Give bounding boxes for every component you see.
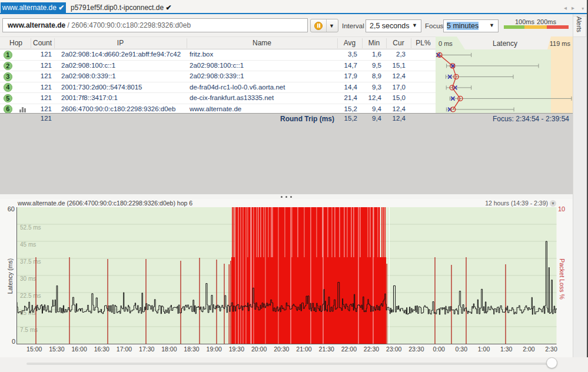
svg-text:0:00: 0:00 — [433, 346, 445, 353]
svg-text:0: 0 — [12, 338, 15, 345]
svg-text:18:30: 18:30 — [184, 346, 199, 353]
svg-text:16:00: 16:00 — [71, 346, 87, 353]
svg-text:17:30: 17:30 — [139, 346, 154, 353]
svg-text:1:30: 1:30 — [500, 346, 513, 353]
svg-text:119 ms: 119 ms — [550, 40, 571, 47]
svg-text:23:00: 23:00 — [386, 346, 401, 353]
svg-text:17:00: 17:00 — [117, 346, 132, 353]
svg-text:0:30: 0:30 — [456, 346, 468, 353]
svg-text:Latency (ms): Latency (ms) — [6, 258, 14, 294]
svg-text:23:30: 23:30 — [408, 346, 424, 353]
svg-text:30 ms: 30 ms — [20, 275, 36, 282]
svg-text:20:30: 20:30 — [274, 346, 289, 353]
svg-text:60: 60 — [8, 205, 15, 212]
svg-text:19:30: 19:30 — [229, 346, 244, 353]
svg-text:1:00: 1:00 — [478, 346, 490, 353]
svg-text:22.5 ms: 22.5 ms — [20, 293, 41, 299]
svg-text:2:00: 2:00 — [523, 346, 535, 353]
svg-text:15:30: 15:30 — [49, 346, 64, 353]
svg-text:20:00: 20:00 — [251, 346, 267, 353]
svg-text:15:00: 15:00 — [26, 346, 42, 353]
svg-text:22:00: 22:00 — [341, 346, 357, 353]
svg-text:0 ms: 0 ms — [438, 40, 453, 47]
svg-text:19:00: 19:00 — [207, 346, 222, 353]
svg-text:22:30: 22:30 — [364, 346, 379, 353]
svg-text:21:30: 21:30 — [319, 346, 334, 353]
svg-text:10: 10 — [558, 205, 565, 212]
svg-text:18:00: 18:00 — [161, 346, 177, 353]
svg-text:7.5 ms: 7.5 ms — [20, 327, 38, 333]
svg-text:21:00: 21:00 — [296, 346, 311, 353]
svg-text:2:30: 2:30 — [545, 346, 557, 353]
svg-text:16:30: 16:30 — [94, 346, 109, 353]
svg-text:52.5 ms: 52.5 ms — [20, 224, 41, 231]
svg-text:Latency: Latency — [493, 39, 517, 48]
svg-text:45 ms: 45 ms — [20, 241, 36, 248]
svg-text:Packet Loss %: Packet Loss % — [559, 258, 566, 299]
svg-text:37.5 ms: 37.5 ms — [20, 258, 41, 265]
